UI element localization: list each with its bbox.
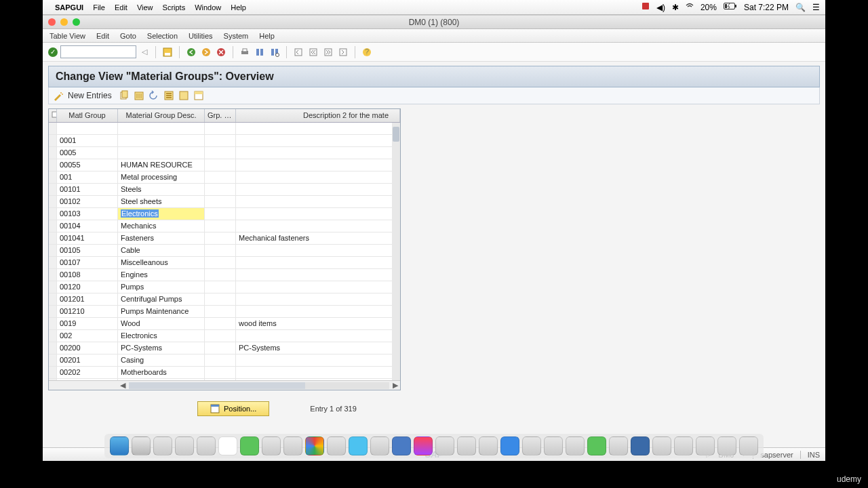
cell-matl-group[interactable]: 00200 (57, 342, 118, 354)
dock-sapgui-icon[interactable] (631, 436, 650, 455)
cell-matl-group[interactable]: 0005 (57, 147, 118, 159)
app-name[interactable]: SAPGUI (55, 3, 83, 12)
table-row[interactable]: 0001 (49, 135, 400, 147)
cell-desc2[interactable]: Mechanical fasteners (236, 232, 400, 244)
menu-icon[interactable]: ☰ (812, 3, 820, 12)
table-row[interactable] (49, 123, 400, 135)
config-icon[interactable] (193, 90, 204, 101)
row-selector[interactable] (49, 342, 57, 354)
table-row[interactable]: 001210Pumps Maintenance (49, 306, 400, 318)
table-row[interactable]: 001201Centrifugal Pumps (49, 293, 400, 306)
cell-desc2[interactable] (236, 123, 400, 134)
cell-grp-d[interactable] (205, 281, 236, 293)
cell-desc[interactable] (118, 135, 205, 146)
cell-matl-group[interactable]: 0001 (57, 135, 118, 146)
cell-grp-d[interactable] (205, 232, 236, 244)
find-icon[interactable] (254, 46, 266, 58)
cell-desc2[interactable] (236, 159, 400, 171)
cell-matl-group[interactable]: 00055 (57, 159, 118, 171)
cancel-icon[interactable] (215, 46, 227, 58)
cell-desc[interactable]: HUMAN RESOURCE (118, 159, 205, 171)
cell-desc2[interactable]: PC-Systems (236, 342, 400, 354)
select-all-column[interactable] (49, 109, 57, 122)
dock-app-icon[interactable] (609, 436, 628, 455)
cell-grp-d[interactable] (205, 306, 236, 317)
table-row[interactable]: 002Electronics (49, 330, 400, 342)
dock-trash-icon[interactable] (739, 436, 758, 455)
dock-app-icon[interactable] (457, 436, 476, 455)
cell-desc2[interactable] (236, 293, 400, 305)
dock-app-icon[interactable] (674, 436, 693, 455)
table-row[interactable]: 001Metal processing (49, 171, 400, 184)
enter-icon[interactable]: ✓ (48, 47, 58, 57)
table-row[interactable]: 00201Casing (49, 354, 400, 367)
back-icon[interactable] (185, 46, 197, 58)
dock-calendar-icon[interactable] (218, 436, 237, 455)
cell-matl-group[interactable]: 00201 (57, 354, 118, 366)
table-row[interactable]: 00200PC-SystemsPC-Systems (49, 342, 400, 354)
row-selector[interactable] (49, 367, 57, 378)
cell-desc[interactable]: Fasteners (118, 232, 205, 244)
dock-appstore-icon[interactable] (500, 436, 519, 455)
undo-icon[interactable] (149, 90, 159, 101)
deselect-all-icon[interactable] (178, 90, 189, 101)
row-selector[interactable] (49, 379, 57, 380)
sap-menu-tableview[interactable]: Table View (50, 32, 85, 40)
row-selector[interactable] (49, 354, 57, 366)
cell-desc[interactable]: Pumps (118, 281, 205, 293)
cell-desc[interactable]: Wood (118, 318, 205, 329)
find-next-icon[interactable] (269, 46, 281, 58)
cell-grp-d[interactable] (205, 196, 236, 207)
menu-window[interactable]: Window (195, 3, 221, 12)
cell-desc[interactable] (118, 147, 205, 159)
bluetooth-icon[interactable]: ✱ (672, 3, 679, 12)
dock-chrome-icon[interactable] (305, 436, 324, 455)
table-row[interactable]: 0019Woodwood items (49, 318, 400, 330)
cell-desc2[interactable] (236, 367, 400, 378)
menu-help[interactable]: Help (231, 3, 246, 12)
cell-desc[interactable]: Steel sheets (118, 196, 205, 207)
prev-page-icon[interactable] (307, 46, 319, 58)
dock-app-icon[interactable] (370, 436, 389, 455)
cell-desc2[interactable] (236, 171, 400, 183)
cell-desc[interactable]: Metal processing (118, 171, 205, 183)
dock-app-icon[interactable] (696, 436, 715, 455)
cell-desc2[interactable] (236, 245, 400, 256)
row-selector[interactable] (49, 208, 57, 220)
table-row[interactable]: 00120Pumps (49, 281, 400, 293)
row-selector[interactable] (49, 135, 57, 146)
dock-app-icon[interactable] (240, 436, 259, 455)
cell-desc2[interactable] (236, 281, 400, 293)
cell-desc[interactable]: Pumps Maintenance (118, 306, 205, 317)
cell-grp-d[interactable] (205, 208, 236, 220)
dock-itunes-icon[interactable] (414, 436, 433, 455)
menu-file[interactable]: File (93, 3, 105, 12)
dock-app-icon[interactable] (479, 436, 498, 455)
row-selector[interactable] (49, 147, 57, 159)
cell-grp-d[interactable] (205, 379, 236, 380)
dock-app-icon[interactable] (197, 436, 216, 455)
row-selector[interactable] (49, 171, 57, 183)
cell-desc[interactable]: PC-Systems (118, 342, 205, 354)
volume-icon[interactable]: ◀︎) (656, 3, 665, 12)
new-entries-button[interactable]: New Entries (68, 91, 112, 100)
cell-grp-d[interactable] (205, 171, 236, 183)
cell-matl-group[interactable]: 001210 (57, 306, 118, 317)
row-selector[interactable] (49, 123, 57, 134)
sap-menu-system[interactable]: System (224, 32, 249, 40)
horizontal-scrollbar[interactable]: ◀ ▶ (49, 380, 400, 390)
table-row[interactable]: 00103Electronics (49, 208, 400, 220)
dropdown-icon[interactable]: ◁ (142, 47, 147, 56)
table-row[interactable]: 00107Miscelleanous (49, 257, 400, 269)
cell-desc[interactable]: Cable (118, 245, 205, 256)
cell-grp-d[interactable] (205, 257, 236, 268)
cell-desc[interactable]: Centrifugal Pumps (118, 293, 205, 305)
dock-app-icon[interactable] (262, 436, 281, 455)
cell-matl-group[interactable]: 00105 (57, 245, 118, 256)
row-selector[interactable] (49, 159, 57, 171)
help-icon[interactable]: ? (361, 46, 373, 58)
cell-grp-d[interactable] (205, 293, 236, 305)
save-icon[interactable] (161, 46, 174, 58)
spotlight-icon[interactable]: 🔍 (795, 3, 806, 12)
table-row[interactable]: 00108Engines (49, 269, 400, 281)
